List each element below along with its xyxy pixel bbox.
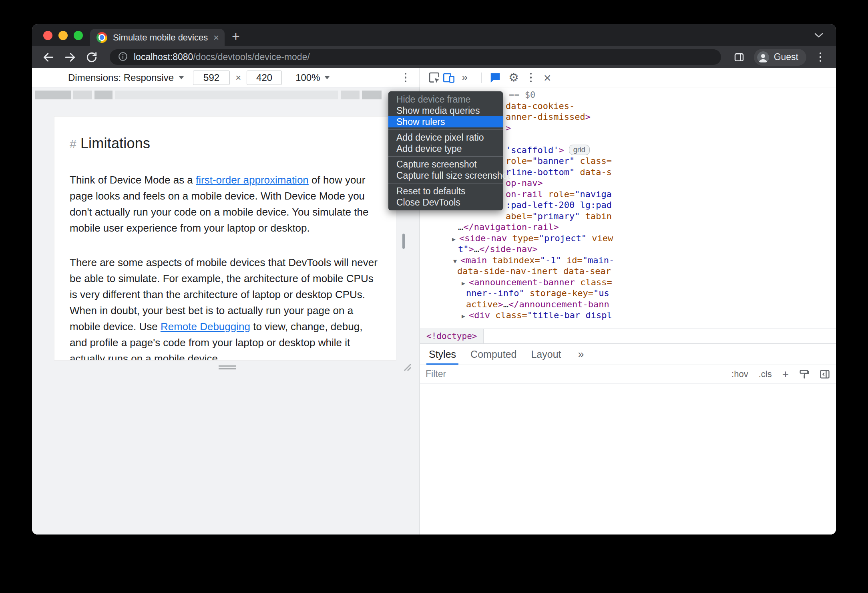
tab-search-chevron-icon[interactable]	[814, 32, 824, 40]
code-token: == $0	[509, 90, 535, 100]
code-token: <main	[460, 255, 487, 265]
page-heading: #Limitations	[70, 117, 381, 152]
viewport-resize-handle[interactable]	[219, 365, 236, 369]
device-options-menu: Hide device frameShow media queriesShow …	[388, 91, 503, 210]
viewport-height-input[interactable]	[247, 71, 282, 85]
site-info-icon[interactable]	[118, 51, 128, 63]
tab-close-icon[interactable]: ×	[213, 32, 219, 43]
new-style-rule-button[interactable]: +	[782, 368, 789, 381]
code-token: ▼	[453, 258, 460, 265]
menu-item-capture-screenshot[interactable]: Capture screenshot	[388, 159, 503, 170]
dom-tree-line[interactable]: data-side-nav-inert data-sear	[420, 266, 836, 277]
profile-label: Guest	[774, 52, 798, 63]
dom-tree-line[interactable]: ▶ <announcement-banner class=	[420, 277, 836, 288]
media-query-segment	[94, 91, 113, 99]
styles-toolbar: :hov .cls +	[420, 365, 836, 383]
code-token: "naviga	[575, 189, 612, 199]
code-token: active	[466, 299, 498, 309]
code-token: "project"	[539, 233, 587, 243]
code-token: </navigation-rail>	[463, 222, 559, 232]
feedback-icon[interactable]	[488, 71, 502, 85]
doc-link[interactable]: first-order approximation	[196, 174, 309, 186]
code-token: data-side-nav-inert data-sear	[457, 266, 611, 276]
code-token: "primary"	[532, 211, 580, 221]
new-tab-button[interactable]: +	[232, 29, 240, 43]
code-token: <div	[469, 310, 490, 320]
inspect-element-icon[interactable]	[427, 71, 442, 85]
menu-item-close-devtools[interactable]: Close DevTools	[388, 197, 503, 208]
tab-computed[interactable]: Computed	[470, 344, 516, 365]
code-token: </announcement-bann	[508, 299, 609, 309]
close-window-button[interactable]	[43, 31, 52, 40]
media-query-bar[interactable]	[32, 91, 420, 99]
forward-icon[interactable]	[63, 50, 77, 64]
dom-tree-line[interactable]: abel="primary" tabin	[420, 211, 836, 222]
menu-item-add-device-type[interactable]: Add device type	[388, 143, 503, 154]
code-token: "us	[593, 288, 609, 298]
menu-item-capture-full-size-screenshot[interactable]: Capture full size screenshot	[388, 170, 503, 181]
breadcrumb: <!doctype>	[420, 329, 836, 343]
back-icon[interactable]	[42, 50, 55, 64]
grid-badge[interactable]: grid	[569, 145, 590, 155]
code-token: ▶	[452, 236, 459, 243]
tab-strip: Simulate mobile devices with D × +	[32, 24, 836, 46]
media-query-segment	[115, 91, 338, 99]
settings-gear-icon[interactable]: ⚙	[506, 71, 521, 85]
element-classes-button[interactable]: .cls	[759, 369, 772, 379]
devtools-panel-tabs: StylesComputedLayout»	[420, 343, 836, 365]
heading-anchor[interactable]: #	[70, 137, 76, 151]
dom-tree-line[interactable]: ▶ <side-nav type="project" view	[420, 233, 836, 244]
profile-button[interactable]: Guest	[754, 49, 806, 66]
tab-layout[interactable]: Layout	[531, 344, 561, 365]
zoom-value: 100%	[295, 72, 320, 83]
browser-toolbar: localhost:8080/docs/devtools/device-mode…	[32, 46, 836, 68]
dom-tree-line[interactable]: nner--info" storage-key="us	[420, 288, 836, 299]
menu-item-show-media-queries[interactable]: Show media queries	[388, 105, 503, 116]
devtools-menu-icon[interactable]	[525, 71, 537, 85]
paragraph-text: Think of Device Mode as a	[70, 174, 196, 186]
device-toolbar-toggle-icon[interactable]	[442, 71, 456, 85]
styles-filter-input[interactable]	[426, 369, 482, 379]
browser-menu-icon[interactable]	[814, 50, 826, 64]
code-token: view	[587, 233, 613, 243]
code-token: role=	[506, 156, 532, 166]
breadcrumb-item-doctype[interactable]: <!doctype>	[420, 329, 484, 343]
code-token: <side-nav	[459, 233, 507, 243]
tabs-overflow-icon[interactable]: »	[578, 348, 584, 361]
browser-tab[interactable]: Simulate mobile devices with D ×	[90, 29, 225, 46]
code-token: storage-key=	[524, 288, 593, 298]
toggle-element-state-button[interactable]: :hov	[731, 369, 748, 379]
viewport-width-input[interactable]	[193, 71, 230, 85]
doc-link[interactable]: Remote Debugging	[161, 321, 250, 333]
paint-format-icon[interactable]	[798, 369, 810, 380]
dom-tree-line[interactable]: active>…</announcement-bann	[420, 299, 836, 310]
code-token: data-cookies-	[506, 101, 575, 111]
menu-item-add-device-pixel-ratio[interactable]: Add device pixel ratio	[388, 132, 503, 143]
toggle-sidebar-icon[interactable]	[819, 369, 830, 380]
tab-styles[interactable]: Styles	[429, 344, 456, 365]
fullscreen-window-button[interactable]	[74, 31, 83, 40]
chevron-down-icon	[324, 76, 330, 79]
code-token: anner-dismissed	[506, 112, 585, 122]
more-panels-icon[interactable]: »	[462, 71, 468, 84]
dom-tree-line[interactable]: t">…</side-nav>	[420, 244, 836, 255]
media-query-segment	[73, 91, 92, 99]
paragraph: There are some aspects of mobile devices…	[70, 254, 381, 361]
reload-icon[interactable]	[85, 50, 98, 64]
viewport-scrollbar[interactable]	[402, 234, 405, 249]
minimize-window-button[interactable]	[58, 31, 68, 40]
side-panel-icon[interactable]	[732, 50, 746, 64]
menu-item-reset-to-defaults[interactable]: Reset to defaults	[388, 186, 503, 197]
viewport-corner-resize-handle[interactable]	[401, 361, 412, 373]
code-token: >	[559, 145, 564, 155]
dom-tree-line[interactable]: …</navigation-rail>	[420, 222, 836, 233]
menu-item-show-rulers[interactable]: Show rulers	[388, 116, 503, 127]
avatar-icon	[757, 51, 769, 63]
devtools-close-icon[interactable]: ×	[540, 71, 555, 85]
dom-tree-line[interactable]: ▼ <main tabindex="-1" id="main-	[420, 255, 836, 266]
device-options-menu-icon[interactable]	[400, 71, 412, 85]
zoom-dropdown[interactable]: 100%	[295, 72, 330, 83]
device-type-dropdown[interactable]: Dimensions: Responsive	[68, 72, 184, 83]
dom-tree-line[interactable]: ▶ <div class="title-bar displ	[420, 310, 836, 321]
address-bar[interactable]: localhost:8080/docs/devtools/device-mode…	[110, 49, 721, 65]
